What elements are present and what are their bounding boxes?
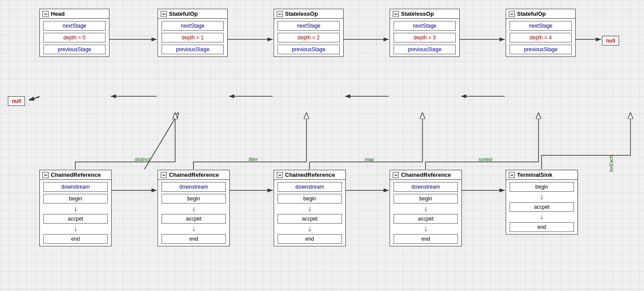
arrow4a: ↓ xyxy=(390,206,461,212)
terminalsink-title: TerminalSink xyxy=(517,172,553,178)
chainref3-box: − ChainedReference downstream begin ↓ ac… xyxy=(274,170,346,246)
statelessop2-nextStage: nextStage xyxy=(394,21,456,31)
chainref2-end: end xyxy=(162,234,226,244)
chainref3-begin: begin xyxy=(278,194,342,203)
minus-icon: − xyxy=(161,172,167,178)
head-depth: depth = 0 xyxy=(43,33,106,42)
arrow-head-prev-to-null xyxy=(29,96,39,101)
minus-icon: − xyxy=(277,172,283,178)
chainref3-end: end xyxy=(278,234,342,244)
statelessop1-header: − StatelessOp xyxy=(274,9,343,19)
chainref3-header: − ChainedReference xyxy=(274,170,345,180)
chainref1-title: ChainedReference xyxy=(51,172,101,178)
terminalsink-box: − TerminalSink begin ↓ accpet ↓ end xyxy=(506,170,578,235)
minus-icon: − xyxy=(277,11,283,17)
statefulop1-previousStage: previousStage xyxy=(162,45,224,54)
minus-icon: − xyxy=(393,11,399,17)
statefulop2-nextStage: nextStage xyxy=(510,21,572,31)
arrow-chainref1-to-statefulop1 xyxy=(75,119,175,169)
arrow3a: ↓ xyxy=(274,206,345,212)
minus-icon: − xyxy=(42,11,49,17)
chainref4-begin: begin xyxy=(394,194,458,203)
arrow-null-left xyxy=(29,97,39,100)
chainref2-header: − ChainedReference xyxy=(158,170,229,180)
statefulop1-header: − StatefulOp xyxy=(158,9,227,19)
statefulop2-header: − StatefulOp xyxy=(506,9,575,19)
minus-icon: − xyxy=(393,172,399,178)
chainref1-box: − ChainedReference downstream begin ↓ ac… xyxy=(39,170,112,246)
minus-icon: − xyxy=(161,11,167,17)
chainref2-box: − ChainedReference downstream begin ↓ ac… xyxy=(158,170,230,246)
head-box: − Head nextStage depth = 0 previousStage xyxy=(39,9,109,57)
statelessop1-title: StatelessOp xyxy=(285,11,318,17)
arrow-terminalsink-up xyxy=(542,119,630,169)
statefulop2-previousStage: previousStage xyxy=(510,45,572,54)
statelessop2-previousStage: previousStage xyxy=(394,45,456,54)
minus-icon: − xyxy=(509,172,515,178)
chainref1-accpet: accpet xyxy=(43,214,108,224)
statelessop1-depth: depth = 2 xyxy=(278,33,340,42)
terminalsink-begin: begin xyxy=(510,182,574,192)
statelessop1-previousStage: previousStage xyxy=(278,45,340,54)
arrow2a: ↓ xyxy=(158,206,229,212)
chainref4-title: ChainedReference xyxy=(401,172,451,178)
chainref4-box: − ChainedReference downstream begin ↓ ac… xyxy=(390,170,462,246)
statefulop2-box: − StatefulOp nextStage depth = 4 previou… xyxy=(506,9,576,57)
head-header: − Head xyxy=(40,9,109,19)
terminalsink-header: − TerminalSink xyxy=(506,170,577,180)
chainref4-downstream: downstream xyxy=(394,182,458,192)
sorted-label: sorted xyxy=(479,157,492,162)
arrow5b: ↓ xyxy=(506,214,577,220)
null-box-right: null xyxy=(602,36,619,46)
statelessop1-box: − StatelessOp nextStage depth = 2 previo… xyxy=(274,9,344,57)
statelessop2-depth: depth = 3 xyxy=(394,33,456,42)
arrow4b: ↓ xyxy=(390,226,461,232)
distinct-label: distinct xyxy=(135,157,150,162)
arrow1a: ↓ xyxy=(40,206,111,212)
chainref4-header: − ChainedReference xyxy=(390,170,461,180)
statefulop1-box: − StatefulOp nextStage depth = 1 previou… xyxy=(158,9,228,57)
filter-label: filter xyxy=(249,157,258,162)
chainref3-title: ChainedReference xyxy=(285,172,335,178)
null-box-left: null xyxy=(8,96,25,106)
terminalsink-end: end xyxy=(510,222,574,232)
chainref2-title: ChainedReference xyxy=(169,172,219,178)
forEach-label: forEach xyxy=(609,155,614,172)
statefulop2-depth: depth = 4 xyxy=(510,33,572,42)
arrow2b: ↓ xyxy=(158,226,229,232)
statefulop1-nextStage: nextStage xyxy=(162,21,224,31)
chainref1-downstream: downstream xyxy=(43,182,108,192)
chainref2-accpet: accpet xyxy=(162,214,226,224)
chainref1-begin: begin xyxy=(43,194,108,203)
minus-icon: − xyxy=(509,11,515,17)
statefulop1-title: StatefulOp xyxy=(169,11,198,17)
chainref2-downstream: downstream xyxy=(162,182,226,192)
statefulop1-depth: depth = 1 xyxy=(162,33,224,42)
head-title: Head xyxy=(51,11,65,17)
statelessop2-header: − StatelessOp xyxy=(390,9,459,19)
statelessop1-nextStage: nextStage xyxy=(278,21,340,31)
chainref1-end: end xyxy=(43,234,108,244)
chainref4-end: end xyxy=(394,234,458,244)
head-previousStage: previousStage xyxy=(43,45,106,54)
statelessop2-box: − StatelessOp nextStage depth = 3 previo… xyxy=(390,9,460,57)
chainref4-accpet: accpet xyxy=(394,214,458,224)
minus-icon: − xyxy=(42,172,49,178)
arrow1b: ↓ xyxy=(40,226,111,232)
terminalsink-accpet: accpet xyxy=(510,202,574,212)
chainref3-downstream: downstream xyxy=(278,182,342,192)
chainref2-begin: begin xyxy=(162,194,226,203)
head-nextStage: nextStage xyxy=(43,21,106,31)
chainref1-header: − ChainedReference xyxy=(40,170,111,180)
statelessop2-title: StatelessOp xyxy=(401,11,434,17)
arrow3b: ↓ xyxy=(274,226,345,232)
statefulop2-title: StatefulOp xyxy=(517,11,546,17)
diagram-canvas: null null − Head nextStage depth = 0 pre… xyxy=(0,0,644,291)
arrow5a: ↓ xyxy=(506,194,577,200)
chainref3-accpet: accpet xyxy=(278,214,342,224)
map-label: map xyxy=(365,157,374,162)
